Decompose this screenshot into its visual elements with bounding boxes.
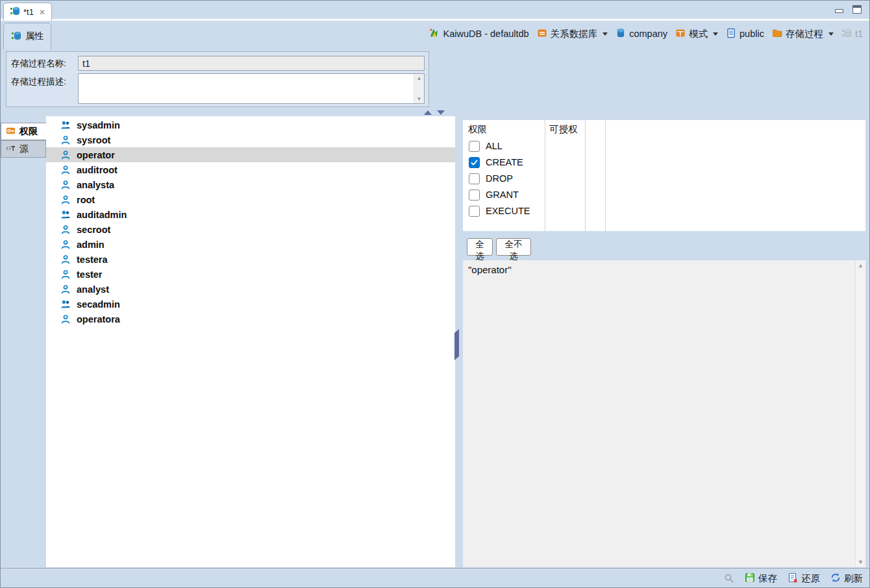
minimize-icon[interactable] [835, 9, 843, 13]
user-name: operator [77, 150, 115, 160]
save-label: 保存 [758, 572, 777, 585]
procedure-name-input[interactable] [78, 56, 425, 71]
editor-tab-t1[interactable]: *t1 ✕ [3, 3, 52, 21]
user-row-operator[interactable]: operator [46, 147, 455, 162]
user-row-tester[interactable]: tester [46, 267, 455, 282]
save-icon [745, 572, 755, 585]
side-tab-permissions[interactable]: 权限 [1, 123, 46, 140]
side-tab-source[interactable]: 源 [1, 140, 46, 158]
user-row-testera[interactable]: testera [46, 252, 455, 267]
user-row-operatora[interactable]: operatora [46, 312, 455, 326]
revert-button[interactable]: 还原 [788, 572, 820, 585]
permission-label: DROP [486, 173, 513, 184]
user-name: auditadmin [77, 210, 127, 220]
breadcrumb-item[interactable]: 存储过程 [769, 27, 836, 42]
user-name: secroot [77, 225, 110, 235]
collapse-up-icon[interactable] [424, 110, 432, 115]
select-none-button[interactable]: 全不选 [496, 238, 531, 256]
user-icon [60, 254, 71, 265]
user-row-auditadmin[interactable]: auditadmin [46, 207, 455, 222]
user-name: operatora [77, 314, 120, 325]
breadcrumb-item[interactable]: 关系数据库 [534, 27, 611, 42]
user-row-secroot[interactable]: secroot [46, 222, 455, 237]
user-icon [60, 269, 71, 280]
checkbox-grant[interactable] [469, 190, 480, 201]
tab-properties[interactable]: 属性 [3, 23, 51, 49]
checkbox-create[interactable] [469, 157, 480, 168]
breadcrumb-label: 模式 [689, 28, 708, 40]
user-icon [60, 314, 71, 325]
user-name: tester [77, 269, 103, 280]
name-label: 存储过程名称: [11, 58, 66, 69]
scroll-up-icon[interactable]: ▲ [858, 262, 864, 269]
user-name: sysroot [77, 135, 110, 145]
permission-table: 权限 可授权 ALLCREATEDROPGRANTEXECUTE [463, 120, 865, 231]
permission-label: GRANT [486, 190, 519, 200]
permission-label: CREATE [486, 157, 523, 167]
user-name: root [77, 195, 95, 205]
permission-row-drop: DROP [469, 171, 513, 186]
group-icon [60, 299, 71, 310]
procedure-gray-icon [841, 28, 852, 40]
user-icon [60, 239, 71, 250]
chevron-down-icon[interactable] [713, 32, 718, 36]
permission-row-all: ALL [469, 139, 503, 153]
vertical-sash-control[interactable] [454, 345, 459, 357]
permissions-tab-label: 权限 [19, 126, 38, 138]
refresh-button[interactable]: 刷新 [830, 572, 863, 585]
user-row-auditroot[interactable]: auditroot [46, 162, 455, 177]
user-row-analyst[interactable]: analyst [46, 282, 455, 297]
scroll-down-icon[interactable]: ▼ [858, 559, 864, 565]
breadcrumb: KaiwuDB - defaultdb关系数据库company模式public存… [426, 24, 865, 43]
user-icon [60, 150, 71, 160]
refresh-icon [830, 572, 841, 585]
search-button[interactable] [724, 573, 734, 583]
breadcrumb-label: 存储过程 [786, 28, 823, 40]
user-row-analysta[interactable]: analysta [46, 177, 455, 192]
user-row-sysadmin[interactable]: sysadmin [46, 117, 455, 132]
key-icon [6, 126, 16, 138]
folder-icon [772, 28, 782, 40]
user-icon [60, 225, 71, 235]
procedure-form: 存储过程名称: 存储过程描述: ▲ ▼ [6, 51, 429, 107]
user-row-admin[interactable]: admin [46, 237, 455, 252]
scroll-up-icon[interactable]: ▲ [417, 75, 422, 81]
expand-down-icon[interactable] [437, 110, 445, 115]
column-header-grantable: 可授权 [549, 123, 578, 136]
user-row-sysroot[interactable]: sysroot [46, 132, 455, 147]
procedure-icon [10, 6, 20, 19]
permission-label: EXECUTE [486, 206, 530, 216]
chevron-down-icon[interactable] [828, 32, 834, 36]
expand-right-icon[interactable] [454, 341, 459, 360]
breadcrumb-item[interactable]: t1 [839, 27, 865, 42]
close-icon[interactable]: ✕ [39, 8, 45, 16]
procedure-description-input[interactable]: ▲ ▼ [78, 73, 425, 104]
user-row-root[interactable]: root [46, 192, 455, 207]
description-scrollbar[interactable]: ▲ ▼ [414, 74, 424, 103]
user-row-secadmin[interactable]: secadmin [46, 297, 455, 312]
revert-label: 还原 [801, 572, 820, 585]
app-window: *t1 ✕ 属性 KaiwuDB - defaultdb关系数据库company… [0, 0, 870, 588]
checkbox-all[interactable] [469, 141, 480, 152]
user-list: sysadminsysrootoperatorauditrootanalysta… [46, 116, 455, 567]
breadcrumb-label: 关系数据库 [551, 28, 598, 40]
maximize-icon[interactable] [852, 5, 862, 14]
properties-tab-label: 属性 [25, 31, 44, 42]
scroll-down-icon[interactable]: ▼ [417, 96, 422, 102]
grant-preview-pane: "operator" ▲ ▼ [463, 260, 865, 567]
breadcrumb-item[interactable]: company [613, 27, 670, 42]
database-folder-icon [537, 28, 547, 40]
save-button[interactable]: 保存 [745, 572, 777, 585]
description-label: 存储过程描述: [11, 76, 66, 88]
breadcrumb-item[interactable]: KaiwuDB - defaultdb [426, 26, 531, 42]
schema-document-icon [726, 28, 736, 40]
breadcrumb-item[interactable]: 模式 [673, 27, 721, 42]
chevron-down-icon[interactable] [603, 32, 608, 36]
checkbox-execute[interactable] [469, 206, 480, 217]
checkbox-drop[interactable] [469, 173, 480, 184]
select-all-button[interactable]: 全选 [467, 238, 493, 256]
horizontal-sash-control[interactable] [424, 110, 445, 115]
breadcrumb-item[interactable]: public [723, 27, 767, 42]
preview-scrollbar[interactable]: ▲ ▼ [855, 260, 865, 567]
grant-preview-text: "operator" [468, 264, 512, 275]
